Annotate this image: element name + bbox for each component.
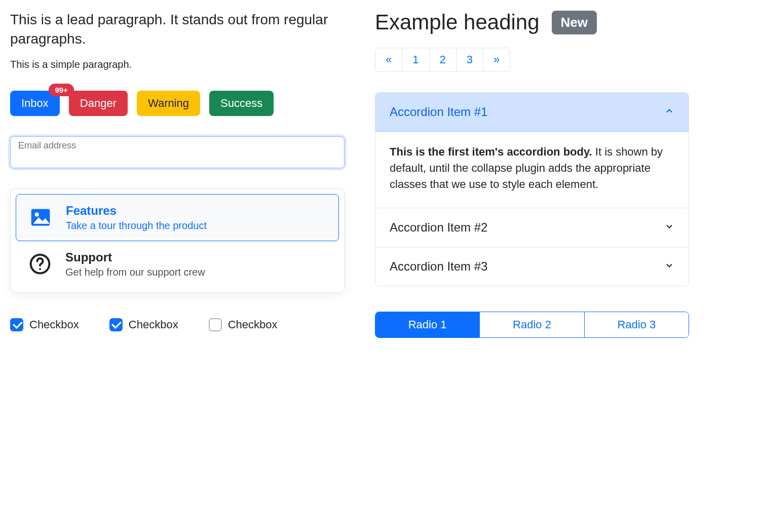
accordion: Accordion Item #1 This is the first item…	[375, 92, 689, 286]
warning-button[interactable]: Warning	[137, 91, 200, 116]
list-item-sub: Take a tour through the product	[66, 220, 207, 232]
button-row: Inbox 99+ Danger Warning Success	[10, 91, 345, 116]
radio-button-group: Radio 1 Radio 2 Radio 3	[375, 312, 689, 338]
email-field-wrapper: Email address	[10, 136, 345, 168]
list-item-title: Support	[65, 250, 205, 264]
checkbox-box	[209, 318, 222, 331]
page-2[interactable]: 2	[430, 48, 457, 71]
accordion-body-strong: This is the first item's accordion body.	[390, 145, 592, 158]
lead-paragraph: This is a lead paragraph. It stands out …	[10, 10, 345, 49]
page-prev[interactable]: «	[375, 48, 402, 71]
email-input[interactable]	[10, 136, 345, 168]
list-item-sub: Get help from our support crew	[65, 267, 205, 278]
feature-list: Features Take a tour through the product…	[10, 188, 345, 293]
checkbox-label: Checkbox	[129, 318, 178, 331]
heading-row: Example heading New	[375, 10, 689, 34]
radio-1[interactable]: Radio 1	[375, 312, 480, 337]
accordion-header-2[interactable]: Accordion Item #2	[375, 208, 689, 247]
chevron-down-icon	[664, 259, 674, 274]
danger-button[interactable]: Danger	[69, 91, 128, 116]
list-item-features[interactable]: Features Take a tour through the product	[16, 194, 339, 241]
new-badge: New	[552, 11, 597, 34]
chevron-down-icon	[664, 220, 674, 235]
simple-paragraph: This is a simple paragraph.	[10, 59, 345, 70]
accordion-body-1: This is the first item's accordion body.…	[375, 132, 689, 208]
checkbox-3[interactable]: Checkbox	[209, 318, 278, 331]
chevron-up-icon	[664, 105, 674, 119]
accordion-header-1[interactable]: Accordion Item #1	[375, 93, 689, 132]
example-heading: Example heading	[375, 10, 540, 34]
chevron-double-left-icon: «	[386, 53, 392, 66]
checkbox-2[interactable]: Checkbox	[109, 318, 178, 331]
accordion-item-3: Accordion Item #3	[375, 247, 689, 286]
accordion-item-2: Accordion Item #2	[375, 208, 689, 247]
accordion-header-3[interactable]: Accordion Item #3	[375, 247, 689, 286]
svg-point-1	[35, 213, 39, 217]
checkbox-label: Checkbox	[29, 318, 79, 331]
checkbox-box	[109, 318, 123, 331]
radio-3[interactable]: Radio 3	[585, 312, 689, 337]
page-1[interactable]: 1	[402, 48, 429, 71]
inbox-button[interactable]: Inbox 99+	[10, 91, 60, 116]
checkbox-1[interactable]: Checkbox	[10, 318, 79, 331]
accordion-title: Accordion Item #1	[390, 105, 487, 119]
checkbox-label: Checkbox	[228, 318, 278, 331]
radio-2[interactable]: Radio 2	[480, 312, 584, 337]
checkbox-box	[10, 318, 23, 331]
accordion-title: Accordion Item #3	[390, 259, 487, 274]
page-3[interactable]: 3	[457, 48, 483, 71]
image-icon	[26, 205, 55, 230]
question-icon	[26, 252, 54, 276]
inbox-label: Inbox	[21, 97, 49, 109]
chevron-double-right-icon: »	[493, 53, 500, 66]
list-item-title: Features	[66, 204, 207, 218]
success-button[interactable]: Success	[209, 91, 274, 116]
accordion-title: Accordion Item #2	[390, 220, 487, 235]
svg-point-3	[39, 268, 41, 270]
checkbox-row: Checkbox Checkbox Checkbox	[10, 318, 345, 331]
pagination: « 1 2 3 »	[375, 48, 510, 72]
page-next[interactable]: »	[483, 48, 510, 71]
list-item-support[interactable]: Support Get help from our support crew	[16, 241, 339, 287]
accordion-item-1: Accordion Item #1 This is the first item…	[375, 93, 689, 208]
